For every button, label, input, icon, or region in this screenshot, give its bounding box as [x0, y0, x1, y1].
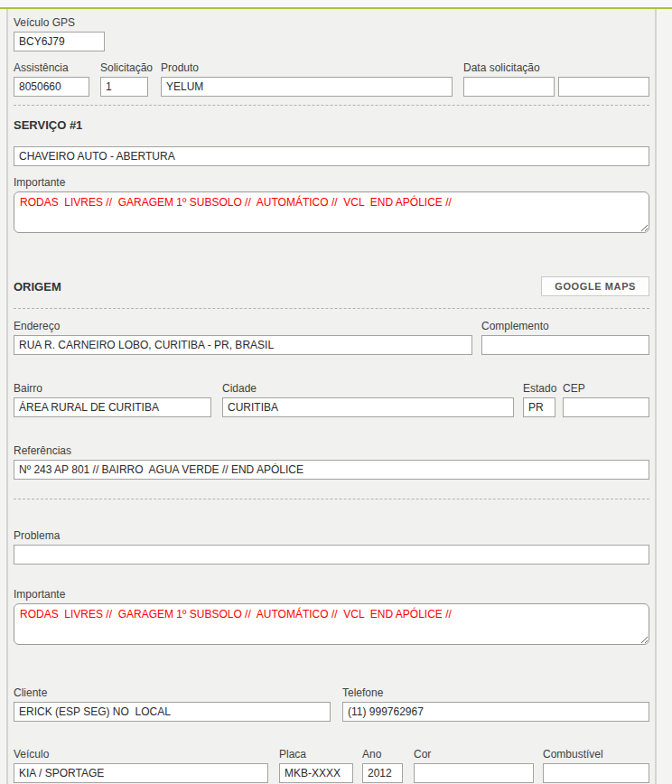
client-row: Cliente Telefone	[14, 686, 649, 722]
request-date-input-2[interactable]	[558, 77, 649, 97]
plate-input[interactable]	[279, 763, 353, 783]
vehicle-row: Veículo Placa Ano Cor Combustível	[14, 748, 649, 783]
plate-label: Placa	[279, 748, 353, 761]
complement-label: Complemento	[481, 320, 649, 332]
important-textarea[interactable]: RODAS LIVRES // GARAGEM 1º SUBSOLO // AU…	[14, 603, 649, 645]
product-label: Produto	[161, 61, 453, 74]
district-label: Bairro	[14, 382, 211, 395]
service-form-panel: Veículo GPS Assistência Solicitação Prod…	[6, 9, 657, 784]
request-date-label: Data solicitação	[463, 61, 649, 74]
year-input[interactable]	[362, 763, 403, 783]
year-field: Ano	[362, 748, 403, 783]
address-label: Endereço	[14, 320, 472, 332]
vehicle-input[interactable]	[14, 763, 268, 783]
request-input[interactable]	[100, 77, 148, 97]
client-label: Cliente	[14, 686, 331, 699]
vehicle-gps-field: Veículo GPS	[14, 16, 105, 51]
problem-label: Problema	[14, 529, 649, 542]
page-top-strip	[0, 0, 672, 7]
state-label: Estado	[523, 382, 555, 395]
district-field: Bairro	[14, 382, 211, 417]
service-important-textarea[interactable]: RODAS LIVRES // GARAGEM 1º SUBSOLO // AU…	[14, 191, 649, 233]
city-field: Cidade	[222, 382, 514, 417]
phone-label: Telefone	[342, 686, 649, 699]
problem-input[interactable]	[14, 545, 649, 565]
service-input[interactable]	[14, 146, 649, 166]
client-field: Cliente	[14, 686, 331, 722]
assistance-field: Assistência	[14, 61, 89, 97]
client-input[interactable]	[14, 702, 331, 722]
assistance-label: Assistência	[14, 61, 89, 74]
zip-field: CEP	[563, 382, 649, 417]
divider	[14, 308, 649, 309]
problem-field: Problema	[14, 529, 649, 565]
service-heading: SERVIÇO #1	[14, 118, 649, 132]
city-label: Cidade	[222, 382, 514, 395]
references-label: Referências	[14, 444, 649, 457]
service-field	[14, 146, 649, 166]
product-field: Produto	[161, 61, 453, 97]
complement-field: Complemento	[481, 320, 649, 355]
request-field: Solicitação	[100, 61, 148, 97]
color-field: Cor	[414, 748, 534, 783]
important-field: Importante RODAS LIVRES // GARAGEM 1º SU…	[14, 588, 649, 649]
vehicle-label: Veículo	[14, 748, 268, 761]
color-input[interactable]	[414, 763, 534, 783]
district-row: Bairro Cidade Estado CEP	[14, 382, 649, 417]
request-date-input-1[interactable]	[463, 77, 555, 97]
address-field: Endereço	[14, 320, 472, 355]
references-input[interactable]	[14, 460, 649, 480]
city-input[interactable]	[222, 397, 514, 417]
phone-field: Telefone	[342, 686, 649, 722]
assistance-input[interactable]	[14, 77, 89, 97]
fuel-input[interactable]	[543, 763, 649, 783]
fuel-label: Combustível	[543, 748, 649, 761]
state-field: Estado	[523, 382, 555, 417]
vehicle-field: Veículo	[14, 748, 268, 783]
request-date-field: Data solicitação	[463, 61, 649, 97]
color-label: Cor	[414, 748, 534, 761]
origin-heading: ORIGEM	[14, 280, 61, 294]
address-row: Endereço Complemento	[14, 320, 649, 355]
origin-header: ORIGEM GOOGLE MAPS	[14, 276, 649, 296]
phone-input[interactable]	[342, 702, 649, 722]
state-input[interactable]	[523, 397, 555, 417]
service-important-field: Importante RODAS LIVRES // GARAGEM 1º SU…	[14, 176, 649, 237]
complement-input[interactable]	[481, 335, 649, 355]
divider	[14, 105, 649, 106]
district-input[interactable]	[14, 397, 211, 417]
address-input[interactable]	[14, 335, 472, 355]
zip-label: CEP	[563, 382, 649, 395]
vehicle-gps-label: Veículo GPS	[14, 16, 105, 29]
vehicle-gps-input[interactable]	[14, 32, 105, 51]
divider	[14, 499, 649, 499]
service-important-label: Importante	[14, 176, 649, 189]
important-label: Importante	[14, 588, 649, 601]
year-label: Ano	[362, 748, 403, 761]
plate-field: Placa	[279, 748, 353, 783]
fuel-field: Combustível	[543, 748, 649, 783]
references-field: Referências	[14, 444, 649, 480]
assistance-row: Assistência Solicitação Produto Data sol…	[14, 61, 649, 97]
product-input[interactable]	[161, 77, 453, 97]
zip-input[interactable]	[563, 397, 649, 417]
google-maps-button[interactable]: GOOGLE MAPS	[541, 276, 649, 296]
request-label: Solicitação	[100, 61, 148, 74]
